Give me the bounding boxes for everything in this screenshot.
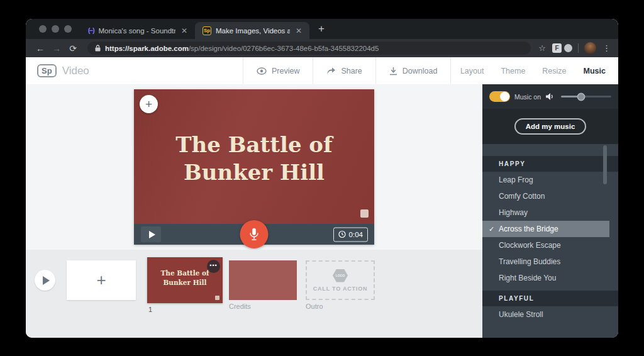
duration-chip[interactable]: 0:04 <box>333 227 368 242</box>
nav-layout[interactable]: Layout <box>460 67 484 75</box>
volume-slider[interactable] <box>561 92 611 101</box>
soundtrap-icon: (−) <box>88 27 94 34</box>
close-tab-icon[interactable]: ✕ <box>180 26 189 35</box>
preview-button[interactable]: Preview <box>243 57 313 84</box>
download-button[interactable]: Download <box>375 57 452 84</box>
browser-toolbar: ← → ⟳ https://spark.adobe.com/sp/design/… <box>26 39 618 57</box>
tab-soundtrap[interactable]: (−) Monica's song - Soundtrap ✕ <box>80 22 195 39</box>
browser-window: (−) Monica's song - Soundtrap ✕ Sp Make … <box>26 19 618 338</box>
music-track-label: Right Beside You <box>499 274 556 282</box>
credits-label: Credits <box>229 303 251 310</box>
facebook-extension-icon[interactable]: F <box>552 43 562 53</box>
download-label: Download <box>402 67 438 75</box>
scrollbar-thumb[interactable] <box>603 145 607 184</box>
music-track-label: Clockwork Escape <box>499 241 561 250</box>
tab-title: Make Images, Videos and Web <box>216 27 290 35</box>
music-track-label: Ukulele Stroll <box>499 310 543 319</box>
timeline-play-button[interactable] <box>35 270 55 291</box>
record-voice-button[interactable] <box>240 220 269 248</box>
editor-nav: Layout Theme Resize Music <box>460 57 606 84</box>
logo-badge-icon: LOGO <box>333 269 348 282</box>
music-track-label: Across the Bridge <box>499 225 558 233</box>
share-button[interactable]: Share <box>313 57 375 84</box>
nav-resize[interactable]: Resize <box>542 67 566 75</box>
share-label: Share <box>341 67 362 75</box>
microphone-icon <box>250 228 259 241</box>
watermark <box>360 209 369 218</box>
add-my-music-button[interactable]: Add my music <box>514 118 587 135</box>
slider-knob[interactable] <box>577 92 586 101</box>
reload-button[interactable]: ⟳ <box>66 43 80 53</box>
music-panel: Music on Add my music HAPPYLeap FrogComf… <box>482 84 618 338</box>
add-music-section: Add my music <box>482 109 618 144</box>
slide-title-text[interactable]: The Battle of Bunker Hill <box>134 131 374 186</box>
bookmark-star-icon[interactable]: ☆ <box>538 43 550 53</box>
outro-thumbnail[interactable]: LOGO CALL TO ACTION <box>306 260 375 300</box>
music-track-label: Highway <box>499 208 528 217</box>
music-on-label: Music on <box>514 93 541 101</box>
call-to-action-label: CALL TO ACTION <box>313 286 368 292</box>
forward-button[interactable]: → <box>50 43 64 53</box>
app-name: Video <box>62 65 89 77</box>
speaker-icon[interactable] <box>545 92 554 101</box>
divider <box>578 43 579 53</box>
music-track-item[interactable]: ✓Across the Bridge <box>482 221 609 237</box>
profile-avatar[interactable] <box>584 42 596 54</box>
slide-number-label: 1 <box>148 306 152 313</box>
slider-track <box>581 96 611 97</box>
spark-brand[interactable]: Sp Video <box>26 64 89 77</box>
tab-strip: (−) Monica's song - Soundtrap ✕ Sp Make … <box>26 19 618 39</box>
window-controls <box>26 19 80 39</box>
close-tab-icon[interactable]: ✕ <box>294 26 303 35</box>
back-button[interactable]: ← <box>33 43 47 53</box>
download-icon <box>389 67 397 75</box>
credits-thumbnail[interactable] <box>229 260 297 300</box>
add-slide-button[interactable]: + <box>67 260 136 300</box>
tab-title: Monica's song - Soundtrap <box>99 27 175 35</box>
spark-app-header: Sp Video Preview Share <box>26 57 618 84</box>
url-host: https://spark.adobe.com <box>105 45 189 52</box>
toggle-knob <box>500 92 509 101</box>
video-preview[interactable]: + The Battle of Bunker Hill <box>134 89 374 245</box>
music-track-list: HAPPYLeap FrogComfy CottonHighway✓Across… <box>482 144 618 338</box>
music-track-item[interactable]: Clockwork Escape <box>482 237 618 253</box>
eye-icon <box>257 67 267 75</box>
music-track-label: Comfy Cotton <box>499 192 545 201</box>
lock-icon <box>95 45 101 52</box>
share-arrow-icon <box>326 67 336 75</box>
nav-theme[interactable]: Theme <box>501 67 525 75</box>
watermark <box>215 296 219 300</box>
music-controls-row: Music on <box>482 84 618 109</box>
nav-music[interactable]: Music <box>584 67 606 75</box>
clock-icon <box>338 231 346 238</box>
spark-icon: Sp <box>203 26 211 35</box>
address-bar[interactable]: https://spark.adobe.com/sp/design/video/… <box>87 42 531 55</box>
music-track-item[interactable]: Ukulele Stroll <box>482 306 618 323</box>
music-track-item[interactable]: Comfy Cotton <box>482 188 618 204</box>
music-track-label: Travelling Buddies <box>499 257 560 266</box>
window-close-button[interactable] <box>39 25 47 33</box>
new-tab-button[interactable]: + <box>309 19 333 39</box>
window-zoom-button[interactable] <box>64 25 72 33</box>
music-toggle[interactable] <box>489 91 510 102</box>
music-track-item[interactable]: Highway <box>482 204 618 221</box>
add-content-button[interactable]: + <box>140 95 158 113</box>
checkmark-icon: ✓ <box>489 225 499 233</box>
play-icon <box>43 276 50 285</box>
slide-thumbnail-1[interactable]: The Battle of Bunker Hill ••• <box>147 257 223 303</box>
editor-canvas: + The Battle of Bunker Hill <box>26 84 482 250</box>
music-track-item[interactable]: Travelling Buddies <box>482 253 618 270</box>
chrome-menu-icon[interactable]: ⋮ <box>599 43 611 53</box>
video-play-button[interactable] <box>141 226 161 242</box>
tab-adobe-spark[interactable]: Sp Make Images, Videos and Web ✕ <box>195 22 309 39</box>
header-actions: Preview Share Download <box>243 57 451 84</box>
music-track-item[interactable]: Leap Frog <box>482 172 618 188</box>
music-section-header: HAPPY <box>482 156 618 172</box>
music-track-item[interactable]: Right Beside You <box>482 270 618 286</box>
slide-options-icon[interactable]: ••• <box>207 260 220 273</box>
extension-icon[interactable] <box>564 44 572 52</box>
window-minimize-button[interactable] <box>52 25 59 33</box>
preview-label: Preview <box>272 67 299 75</box>
outro-label: Outro <box>306 303 323 310</box>
music-section-header: PLAYFUL <box>482 291 618 306</box>
